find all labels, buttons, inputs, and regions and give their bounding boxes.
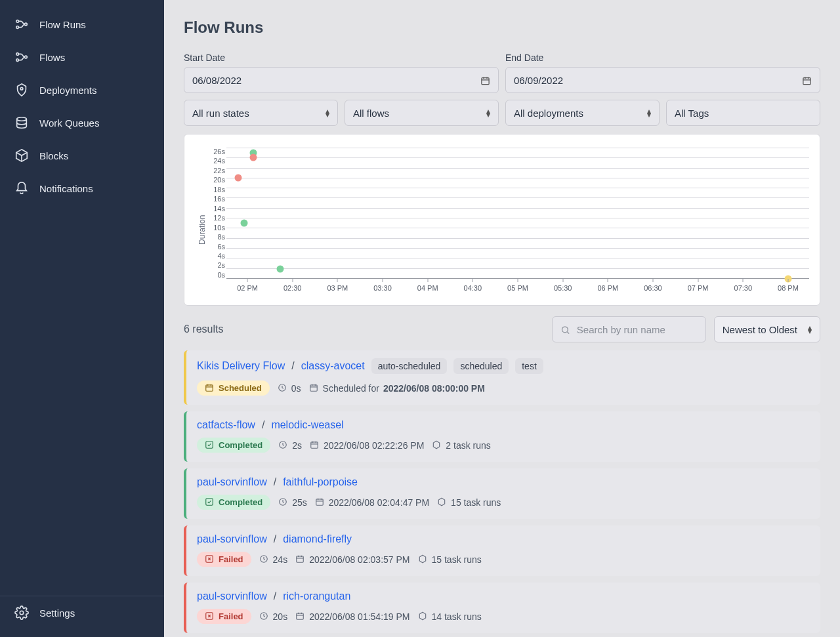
svg-point-3 <box>16 53 19 56</box>
gear-icon <box>14 606 29 620</box>
duration: 0s <box>278 383 301 394</box>
calendar-icon <box>315 497 325 507</box>
search-input[interactable]: Search by run name <box>552 316 706 342</box>
run-states-select[interactable]: All run states ▴▾ <box>184 100 338 126</box>
state-badge: Failed <box>197 609 251 624</box>
clock-icon <box>259 554 269 564</box>
run-card[interactable]: paul-sorvinflow / faithful-porpoise Comp… <box>184 468 820 519</box>
task-runs: 2 task runs <box>432 440 490 451</box>
chart-point[interactable] <box>250 154 257 161</box>
tag-pill[interactable]: auto-scheduled <box>371 358 448 374</box>
calendar-icon <box>480 75 490 85</box>
svg-rect-12 <box>206 385 213 391</box>
duration: 20s <box>259 611 288 622</box>
start-date-input[interactable]: 06/08/2022 <box>184 67 499 93</box>
duration: 24s <box>259 554 288 565</box>
flow-link[interactable]: paul-sorvinflow <box>197 533 267 545</box>
timestamp: 2022/06/08 02:04:47 PM <box>315 497 429 508</box>
end-date-label: End Date <box>505 52 820 63</box>
state-badge: Scheduled <box>197 380 270 396</box>
flows-select[interactable]: All flows ▴▾ <box>345 100 499 126</box>
run-card[interactable]: paul-sorvinflow / rich-orangutan Failed … <box>184 583 820 633</box>
nav-label: Deployments <box>39 85 97 96</box>
flow-link[interactable]: Kikis Delivery Flow <box>197 360 285 372</box>
svg-point-8 <box>20 611 24 615</box>
state-icon <box>205 554 215 564</box>
nav-flows[interactable]: Flows <box>0 41 164 73</box>
main-content: Flow Runs Start Date 06/08/2022 End Date… <box>164 0 840 637</box>
state-icon <box>205 383 215 393</box>
nav-label: Flows <box>39 52 65 63</box>
svg-rect-23 <box>297 556 304 562</box>
run-link[interactable]: classy-avocet <box>301 360 365 372</box>
svg-rect-17 <box>311 442 318 448</box>
hex-icon <box>432 440 442 450</box>
tag-pill[interactable]: scheduled <box>453 358 509 374</box>
task-runs: 15 task runs <box>437 497 501 508</box>
svg-point-7 <box>17 117 27 121</box>
tag-pill[interactable]: test <box>515 358 543 374</box>
task-runs: 14 task runs <box>418 611 482 622</box>
calendar-icon <box>310 440 320 450</box>
run-card[interactable]: paul-sorvinflow / diamond-firefly Failed… <box>184 525 820 576</box>
tags-select[interactable]: All Tags <box>666 100 820 126</box>
state-icon <box>205 497 215 507</box>
clock-icon <box>278 383 287 393</box>
timestamp: 2022/06/08 02:03:57 PM <box>295 554 410 565</box>
svg-rect-26 <box>297 613 304 619</box>
chart-point[interactable] <box>241 220 248 227</box>
nav-blocks[interactable]: Blocks <box>0 139 164 172</box>
nav-work-queues[interactable]: Work Queues <box>0 106 164 139</box>
run-card[interactable]: Kikis Delivery Flow / classy-avocet auto… <box>184 350 820 405</box>
state-badge: Completed <box>197 495 270 510</box>
flow-runs-icon <box>14 17 29 31</box>
duration: 2s <box>278 440 302 451</box>
timestamp: 2022/06/08 01:54:19 PM <box>295 611 410 622</box>
nav-label: Flow Runs <box>39 19 86 30</box>
svg-rect-10 <box>803 77 810 84</box>
run-link[interactable]: faithful-porpoise <box>283 476 358 488</box>
chart-point[interactable] <box>277 265 284 272</box>
clock-icon <box>278 497 288 507</box>
run-link[interactable]: melodic-weasel <box>271 419 343 431</box>
run-card[interactable]: catfacts-flow / melodic-weasel Completed… <box>184 411 820 462</box>
sort-select[interactable]: Newest to Oldest ▴▾ <box>714 316 820 342</box>
deployments-select[interactable]: All deployments ▴▾ <box>505 100 660 126</box>
svg-rect-14 <box>310 385 317 391</box>
calendar-icon <box>295 554 305 564</box>
end-date-value: 06/09/2022 <box>514 75 563 86</box>
flow-link[interactable]: paul-sorvinflow <box>197 590 267 602</box>
svg-point-5 <box>25 56 28 58</box>
nav-deployments[interactable]: Deployments <box>0 73 164 106</box>
nav-label: Notifications <box>39 183 93 194</box>
run-link[interactable]: diamond-firefly <box>283 533 352 545</box>
svg-rect-15 <box>206 442 213 449</box>
svg-rect-18 <box>206 499 213 506</box>
runs-list: Kikis Delivery Flow / classy-avocet auto… <box>184 350 820 633</box>
calendar-icon <box>802 75 812 85</box>
svg-point-4 <box>16 59 19 62</box>
flow-link[interactable]: catfacts-flow <box>197 419 255 431</box>
work-queues-icon <box>14 115 29 130</box>
notifications-icon <box>14 181 29 195</box>
nav-label: Work Queues <box>39 117 99 129</box>
nav-flow-runs[interactable]: Flow Runs <box>0 8 164 41</box>
nav-settings[interactable]: Settings <box>0 596 164 629</box>
run-link[interactable]: rich-orangutan <box>283 590 350 602</box>
svg-point-6 <box>20 87 23 90</box>
chart-point[interactable] <box>235 175 242 182</box>
nav-label: Settings <box>39 607 75 619</box>
state-badge: Failed <box>197 552 251 567</box>
chevrons-icon: ▴▾ <box>326 109 329 117</box>
start-date-label: Start Date <box>184 52 499 63</box>
deployments-icon <box>14 83 29 97</box>
results-count: 6 results <box>184 323 223 335</box>
end-date-input[interactable]: 06/09/2022 <box>505 67 820 93</box>
state-badge: Completed <box>197 438 270 453</box>
svg-point-1 <box>16 26 19 29</box>
flow-link[interactable]: paul-sorvinflow <box>197 476 267 488</box>
svg-rect-9 <box>482 77 489 84</box>
search-icon <box>560 325 570 335</box>
svg-point-0 <box>16 20 19 23</box>
nav-notifications[interactable]: Notifications <box>0 172 164 205</box>
